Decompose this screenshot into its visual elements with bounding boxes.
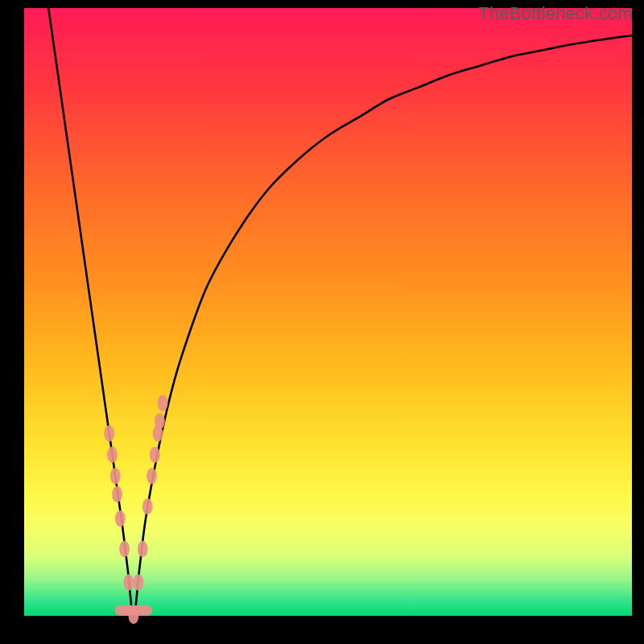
marker-point bbox=[150, 447, 160, 463]
marker-point bbox=[123, 574, 134, 590]
marker-point bbox=[112, 486, 122, 502]
marker-point bbox=[119, 541, 130, 557]
plot-area bbox=[24, 8, 632, 616]
marker-point bbox=[158, 395, 168, 411]
curve-layer bbox=[24, 8, 632, 616]
bottleneck-curve bbox=[48, 8, 632, 616]
marker-group bbox=[104, 395, 167, 625]
marker-point bbox=[107, 447, 118, 463]
baseline-marker bbox=[139, 605, 153, 616]
marker-point bbox=[138, 541, 148, 557]
marker-point bbox=[104, 425, 114, 441]
chart-frame: TheBottleneck.com bbox=[0, 0, 644, 644]
marker-point bbox=[128, 608, 138, 624]
marker-point bbox=[134, 574, 144, 590]
marker-point bbox=[115, 510, 126, 526]
watermark-text: TheBottleneck.com bbox=[478, 3, 633, 24]
marker-point bbox=[155, 413, 165, 429]
marker-point bbox=[147, 468, 157, 484]
marker-point bbox=[142, 498, 153, 514]
marker-point bbox=[110, 468, 121, 484]
